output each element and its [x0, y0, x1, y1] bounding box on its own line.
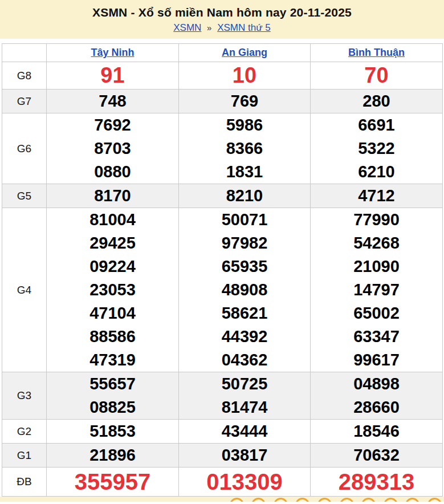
- prize-cell: 289313: [311, 468, 443, 497]
- corner-cell: [2, 44, 47, 62]
- prize-cell: 43444: [179, 420, 311, 444]
- prize-number: 65002: [311, 302, 442, 325]
- prize-number: 03817: [179, 444, 310, 467]
- prize-label: G5: [2, 184, 47, 208]
- province-link-an-giang[interactable]: An Giang: [222, 47, 267, 58]
- prize-number: 6210: [311, 160, 442, 184]
- prize-row: G2518534344418546: [2, 420, 443, 444]
- prize-number: 8210: [179, 184, 310, 208]
- province-link-tay-ninh[interactable]: Tây Ninh: [91, 47, 134, 58]
- prize-cell: 769: [179, 90, 311, 113]
- prize-number: 99617: [311, 348, 442, 372]
- lotto-ball-icon: [230, 498, 244, 502]
- page-header: XSMN - Xổ số miền Nam hôm nay 20-11-2025…: [0, 0, 444, 39]
- prize-number: 6691: [311, 113, 442, 137]
- breadcrumb-link-xsmn-thu-5[interactable]: XSMN thứ 5: [217, 22, 271, 33]
- prize-number: 5322: [311, 137, 442, 160]
- prize-number: 769: [179, 90, 310, 113]
- prize-label: G8: [2, 62, 47, 90]
- prize-cell: 280: [311, 90, 443, 113]
- prize-number: 48908: [179, 278, 310, 302]
- breadcrumb: XSMN » XSMN thứ 5: [0, 22, 444, 34]
- province-header-tay-ninh: Tây Ninh: [47, 44, 179, 62]
- prize-row: ĐB355957013309289313: [2, 468, 443, 497]
- prize-cell: 10: [179, 62, 311, 90]
- prize-cell: 355957: [47, 468, 179, 497]
- prize-number: 8366: [179, 137, 310, 160]
- prize-number: 29425: [47, 231, 178, 255]
- prize-cell: 4712: [311, 184, 443, 208]
- lotto-ball-icon: [274, 498, 288, 502]
- prize-number: 04898: [311, 372, 442, 396]
- prize-number: 4712: [311, 184, 442, 208]
- prize-cell: 81004294250922423053471048858647319: [47, 208, 179, 372]
- prize-number: 10: [179, 62, 310, 89]
- prize-row: G8911070: [2, 62, 443, 90]
- prize-number: 81474: [179, 396, 310, 419]
- lotto-ball-icon: [251, 498, 266, 502]
- prize-number: 21896: [47, 444, 178, 467]
- prize-cell: 51853: [47, 420, 179, 444]
- prize-number: 97982: [179, 231, 310, 255]
- prize-cell: 5565708825: [47, 372, 179, 420]
- lotto-ball-icon: [340, 498, 354, 502]
- prize-cell: 748: [47, 90, 179, 113]
- lotto-ball-icon: [295, 498, 309, 502]
- prize-number: 748: [47, 90, 178, 113]
- prize-label: ĐB: [2, 468, 47, 497]
- prize-label: G6: [2, 113, 47, 184]
- prize-number: 0880: [47, 160, 178, 184]
- prize-number: 08825: [47, 396, 178, 419]
- lotto-ball-icon: [405, 498, 419, 502]
- prize-label: G7: [2, 90, 47, 113]
- province-header-binh-thuan: Bình Thuận: [311, 44, 443, 62]
- prize-row: G3556570882550725814740489828660: [2, 372, 443, 420]
- province-header-row: Tây Ninh An Giang Bình Thuận: [2, 44, 443, 62]
- prize-number: 63347: [311, 325, 442, 348]
- lotto-ball-icon: [384, 498, 398, 502]
- prize-number: 1831: [179, 160, 310, 184]
- prize-cell: 18546: [311, 420, 443, 444]
- prize-row: G5817082104712: [2, 184, 443, 208]
- prize-row: G7748769280: [2, 90, 443, 113]
- prize-row: G6769287030880598683661831669153226210: [2, 113, 443, 184]
- prize-row: G1218960381770632: [2, 444, 443, 468]
- prize-cell: 21896: [47, 444, 179, 468]
- prize-number: 81004: [47, 208, 178, 231]
- prize-number: 280: [311, 90, 442, 113]
- prize-number: 65935: [179, 255, 310, 278]
- prize-number: 013309: [179, 468, 310, 496]
- prize-number: 54268: [311, 231, 442, 255]
- prize-number: 44392: [179, 325, 310, 348]
- prize-number: 355957: [47, 468, 178, 496]
- prize-label: G4: [2, 208, 47, 372]
- prize-number: 88586: [47, 325, 178, 348]
- prize-number: 91: [47, 62, 178, 89]
- prize-cell: 70632: [311, 444, 443, 468]
- province-link-binh-thuan[interactable]: Bình Thuận: [348, 47, 405, 58]
- prize-cell: 769287030880: [47, 113, 179, 184]
- prize-number: 18546: [311, 420, 442, 443]
- breadcrumb-separator: »: [207, 23, 211, 32]
- prize-number: 47104: [47, 302, 178, 325]
- prize-number: 7692: [47, 113, 178, 137]
- prize-cell: 77990542682109014797650026334799617: [311, 208, 443, 372]
- prize-cell: 669153226210: [311, 113, 443, 184]
- prize-number: 28660: [311, 396, 442, 419]
- lotto-ball-icon: [317, 498, 332, 502]
- prize-number: 23053: [47, 278, 178, 302]
- prize-number: 50071: [179, 208, 310, 231]
- prize-number: 70632: [311, 444, 442, 467]
- lotto-ball-icon: [361, 498, 376, 502]
- prize-cell: 8210: [179, 184, 311, 208]
- breadcrumb-link-xsmn[interactable]: XSMN: [173, 22, 201, 33]
- prize-number: 09224: [47, 255, 178, 278]
- prize-cell: 013309: [179, 468, 311, 497]
- prize-number: 70: [311, 62, 442, 89]
- results-table: Tây Ninh An Giang Bình Thuận G8911070G77…: [2, 43, 443, 497]
- province-header-an-giang: An Giang: [179, 44, 311, 62]
- lotto-balls-strip: [0, 497, 444, 502]
- prize-cell: 70: [311, 62, 443, 90]
- prize-label: G1: [2, 444, 47, 468]
- prize-cell: 91: [47, 62, 179, 90]
